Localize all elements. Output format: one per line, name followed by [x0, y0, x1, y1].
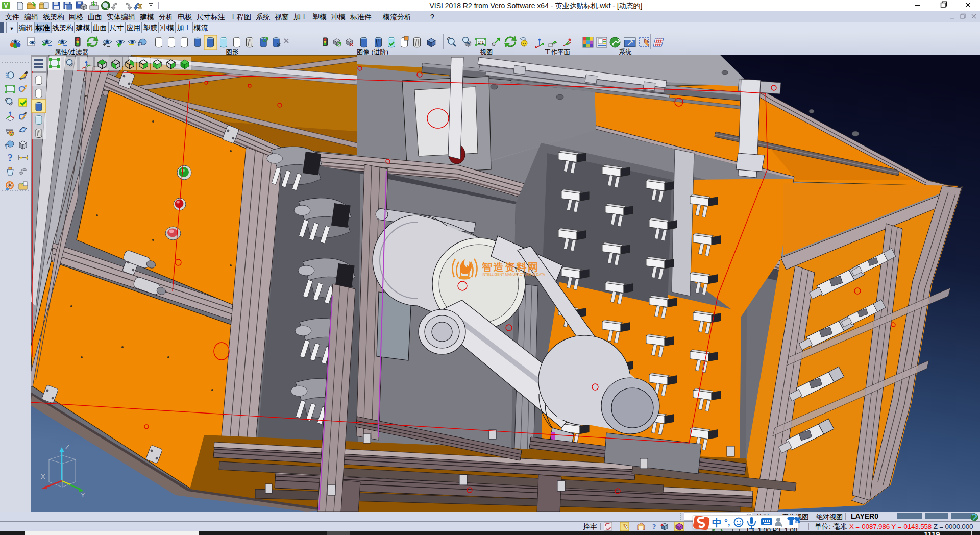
svg-text:V: V [4, 2, 8, 9]
svg-text:中: 中 [712, 518, 722, 528]
svg-text:INTELLIGENT MANUFACTURING DATA: INTELLIGENT MANUFACTURING DATA [482, 273, 545, 276]
svg-text:1:1: 1:1 [478, 40, 484, 45]
svg-text:?: ? [8, 152, 13, 163]
svg-text:Y: Y [81, 491, 85, 499]
svg-text:?: ? [652, 523, 656, 531]
svg-text:智造资料网: 智造资料网 [481, 261, 540, 273]
svg-text:°,: °, [724, 518, 730, 527]
svg-text:Z: Z [65, 443, 69, 451]
svg-text:X: X [41, 473, 45, 480]
